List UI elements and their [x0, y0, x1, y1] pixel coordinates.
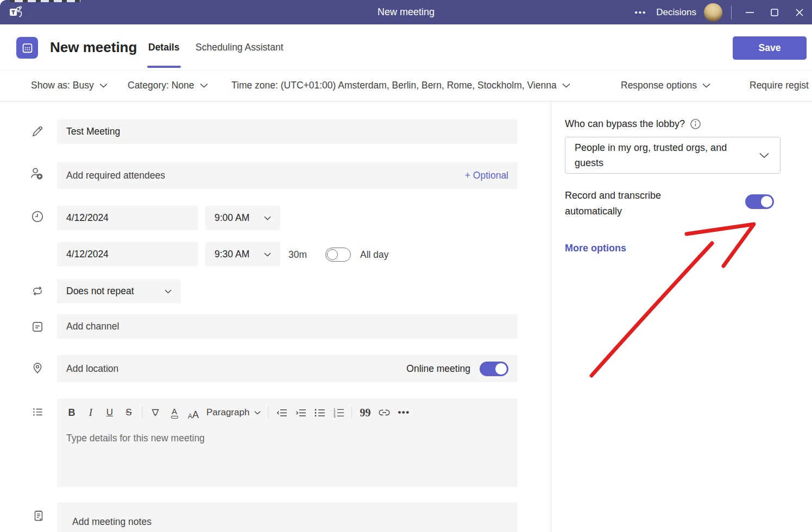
pencil-icon [30, 124, 45, 138]
add-attendee-icon [29, 166, 43, 180]
bullet-list-button[interactable] [313, 406, 325, 420]
details-placeholder: Type details for this new meeting [66, 433, 205, 444]
save-button[interactable]: Save [733, 36, 807, 60]
numbered-list-button[interactable]: 1 2 3 [332, 406, 344, 420]
user-avatar[interactable] [704, 3, 722, 22]
chevron-down-icon [562, 83, 570, 88]
font-color-button[interactable]: A [168, 406, 180, 420]
chevron-down-icon [759, 153, 769, 159]
add-channel-input[interactable]: Add channel [57, 314, 518, 339]
attendees-placeholder: Add required attendees [66, 170, 165, 181]
paragraph-style-dropdown[interactable]: Paragraph [206, 407, 261, 418]
toggle-knob [327, 249, 338, 260]
meeting-title-input[interactable]: Test Meeting [57, 119, 518, 144]
more-options-link[interactable]: More options [565, 243, 626, 254]
duration-label: 30m [288, 249, 307, 261]
tab-scheduling-assistant[interactable]: Scheduling Assistant [196, 42, 284, 53]
info-icon[interactable] [690, 118, 701, 130]
channel-icon [30, 320, 45, 334]
required-attendees-input[interactable]: Add required attendees + Optional [57, 162, 518, 189]
strikethrough-button[interactable]: S [123, 406, 135, 420]
end-date-picker[interactable]: 4/12/2024 [57, 242, 198, 267]
online-meeting-toggle[interactable] [480, 362, 508, 376]
chevron-down-icon [264, 216, 271, 220]
tab-details[interactable]: Details [148, 42, 179, 53]
repeat-icon [30, 284, 45, 298]
record-transcribe-label: Record and transcribe automatically [565, 188, 695, 219]
start-time-picker[interactable]: 9:00 AM [205, 206, 280, 230]
add-optional-attendees-link[interactable]: + Optional [465, 170, 508, 181]
repeat-dropdown[interactable]: Does not repeat [57, 279, 181, 303]
close-button[interactable] [787, 0, 812, 24]
more-formatting-button[interactable]: ••• [398, 406, 410, 420]
time-zone-dropdown[interactable]: Time zone: (UTC+01:00) Amsterdam, Berlin… [231, 80, 570, 91]
chevron-down-icon [99, 83, 108, 88]
require-registration-option[interactable]: Require regist [750, 80, 809, 91]
meeting-details-editor[interactable]: B I U S A AA Paragraph [57, 398, 518, 487]
minimize-button[interactable] [737, 0, 762, 24]
svg-text:3: 3 [333, 414, 336, 417]
window-titlebar: New meeting ••• Decisions [0, 0, 812, 24]
end-time-picker[interactable]: 9:30 AM [205, 242, 280, 267]
decisions-menu[interactable]: Decisions [656, 7, 696, 18]
titlebar-divider [731, 5, 732, 20]
meeting-options-bar: Show as: Busy Category: None Time zone: … [0, 71, 812, 102]
show-as-dropdown[interactable]: Show as: Busy [31, 80, 108, 91]
maximize-button[interactable] [762, 0, 787, 24]
indent-button[interactable] [294, 406, 306, 420]
titlebar-more-menu[interactable]: ••• [630, 4, 652, 20]
all-day-label: All day [360, 249, 389, 261]
formatting-toolbar: B I U S A AA Paragraph [57, 398, 518, 420]
clock-icon [30, 210, 45, 224]
outdent-button[interactable] [275, 406, 287, 420]
start-date-picker[interactable]: 4/12/2024 [57, 206, 198, 230]
page-title: New meeting [50, 39, 137, 56]
response-options-dropdown[interactable]: Response options [621, 80, 710, 91]
background-window-edge [10, 0, 80, 2]
underline-button[interactable]: U [104, 406, 116, 420]
chevron-down-icon [254, 411, 261, 415]
insert-link-button[interactable] [378, 406, 391, 420]
online-meeting-label: Online meeting [406, 363, 470, 375]
calendar-icon [16, 37, 38, 59]
meeting-header: New meeting Details Scheduling Assistant… [0, 24, 812, 71]
all-day-toggle[interactable] [325, 248, 351, 262]
agenda-list-icon [31, 405, 45, 419]
blockquote-button[interactable]: 99 [359, 406, 371, 420]
new-meeting-window: New meeting ••• Decisions N [0, 0, 812, 532]
location-icon [30, 361, 45, 375]
color-bar [171, 416, 178, 419]
toolbar-divider [268, 407, 268, 419]
panel-divider [551, 102, 551, 532]
bold-button[interactable]: B [66, 406, 78, 420]
toggle-knob [761, 196, 772, 207]
active-tab-indicator [147, 66, 181, 68]
chevron-down-icon [165, 289, 172, 294]
meeting-form: Test Meeting Add required attendees + Op… [0, 102, 812, 532]
lobby-bypass-dropdown[interactable]: People in my org, trusted orgs, and gues… [565, 137, 780, 174]
chevron-down-icon [702, 83, 710, 88]
category-dropdown[interactable]: Category: None [128, 80, 208, 91]
toolbar-divider [142, 407, 142, 419]
chevron-down-icon [200, 83, 208, 88]
meeting-notes-icon [32, 509, 46, 523]
lobby-bypass-label: Who can bypass the lobby? [565, 118, 701, 130]
chevron-down-icon [264, 252, 271, 257]
meeting-title-value: Test Meeting [66, 126, 120, 137]
toolbar-divider [351, 407, 352, 419]
font-size-button[interactable]: AA [187, 406, 199, 420]
add-meeting-notes-input[interactable]: Add meeting notes [57, 502, 518, 532]
highlight-button[interactable] [149, 406, 161, 420]
add-location-input[interactable]: Add location Online meeting [57, 355, 518, 382]
toggle-knob [495, 363, 507, 375]
italic-button[interactable]: I [85, 406, 97, 420]
record-transcribe-toggle[interactable] [745, 194, 774, 209]
